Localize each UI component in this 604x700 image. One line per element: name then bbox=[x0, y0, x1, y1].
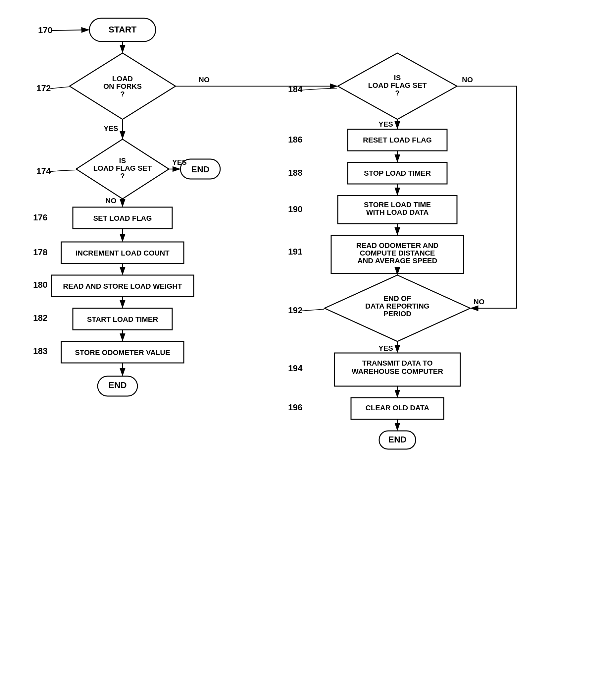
svg-text:COMPUTE DISTANCE: COMPUTE DISTANCE bbox=[360, 249, 435, 257]
svg-text:?: ? bbox=[395, 89, 399, 97]
svg-text:END OF: END OF bbox=[384, 294, 411, 303]
svg-text:LOAD FLAG SET: LOAD FLAG SET bbox=[93, 164, 152, 172]
svg-text:READ AND STORE LOAD WEIGHT: READ AND STORE LOAD WEIGHT bbox=[63, 282, 182, 290]
svg-text:ON FORKS: ON FORKS bbox=[103, 82, 142, 91]
svg-text:STORE ODOMETER VALUE: STORE ODOMETER VALUE bbox=[75, 348, 170, 357]
svg-text:END: END bbox=[109, 380, 127, 390]
svg-text:184: 184 bbox=[288, 84, 303, 94]
svg-text:IS: IS bbox=[119, 156, 126, 165]
svg-text:WAREHOUSE COMPUTER: WAREHOUSE COMPUTER bbox=[352, 367, 443, 376]
svg-text:YES: YES bbox=[104, 124, 118, 132]
svg-line-78 bbox=[51, 30, 89, 30]
svg-text:PERIOD: PERIOD bbox=[384, 309, 411, 318]
svg-text:?: ? bbox=[120, 172, 125, 180]
svg-text:YES: YES bbox=[378, 120, 393, 128]
svg-text:192: 192 bbox=[288, 305, 302, 315]
svg-text:STORE LOAD TIME: STORE LOAD TIME bbox=[364, 201, 431, 209]
svg-text:190: 190 bbox=[288, 204, 302, 214]
svg-text:NO: NO bbox=[199, 76, 210, 84]
svg-text:YES: YES bbox=[378, 344, 393, 352]
svg-text:YES: YES bbox=[172, 158, 187, 166]
svg-text:INCREMENT LOAD COUNT: INCREMENT LOAD COUNT bbox=[76, 249, 169, 257]
flowchart-svg: START LOAD ON FORKS ? YES NO IS LOAD FLA… bbox=[0, 0, 604, 700]
svg-text:194: 194 bbox=[288, 363, 303, 373]
svg-text:182: 182 bbox=[33, 313, 47, 323]
svg-text:NO: NO bbox=[474, 298, 484, 306]
svg-text:RESET LOAD FLAG: RESET LOAD FLAG bbox=[363, 136, 432, 144]
svg-text:TRANSMIT DATA TO: TRANSMIT DATA TO bbox=[362, 359, 432, 367]
svg-text:START LOAD TIMER: START LOAD TIMER bbox=[87, 315, 158, 324]
svg-text:WITH LOAD DATA: WITH LOAD DATA bbox=[366, 208, 429, 217]
svg-text:SET LOAD FLAG: SET LOAD FLAG bbox=[93, 214, 152, 222]
svg-text:STOP LOAD TIMER: STOP LOAD TIMER bbox=[364, 169, 431, 177]
svg-text:178: 178 bbox=[33, 247, 47, 257]
svg-text:START: START bbox=[109, 25, 137, 34]
svg-text:CLEAR OLD DATA: CLEAR OLD DATA bbox=[366, 404, 429, 412]
svg-text:IS: IS bbox=[394, 74, 401, 82]
svg-text:LOAD: LOAD bbox=[112, 75, 133, 83]
svg-text:183: 183 bbox=[33, 346, 47, 356]
svg-text:172: 172 bbox=[36, 83, 51, 93]
svg-text:READ ODOMETER AND: READ ODOMETER AND bbox=[356, 241, 439, 250]
svg-text:NO: NO bbox=[106, 197, 116, 205]
svg-text:191: 191 bbox=[288, 247, 302, 256]
svg-text:176: 176 bbox=[33, 212, 47, 222]
svg-text:170: 170 bbox=[38, 25, 52, 35]
svg-text:END: END bbox=[388, 434, 406, 445]
diagram-container: START LOAD ON FORKS ? YES NO IS LOAD FLA… bbox=[0, 0, 604, 700]
svg-text:NO: NO bbox=[462, 76, 473, 84]
svg-text:END: END bbox=[191, 165, 210, 174]
svg-text:180: 180 bbox=[33, 280, 47, 290]
svg-text:188: 188 bbox=[288, 168, 302, 178]
svg-text:196: 196 bbox=[288, 402, 302, 412]
svg-text:LOAD FLAG SET: LOAD FLAG SET bbox=[368, 81, 427, 90]
svg-text:174: 174 bbox=[36, 166, 51, 176]
svg-text:186: 186 bbox=[288, 134, 302, 145]
svg-text:DATA REPORTING: DATA REPORTING bbox=[365, 302, 429, 310]
svg-text:?: ? bbox=[120, 90, 125, 98]
svg-text:AND AVERAGE SPEED: AND AVERAGE SPEED bbox=[358, 256, 438, 265]
